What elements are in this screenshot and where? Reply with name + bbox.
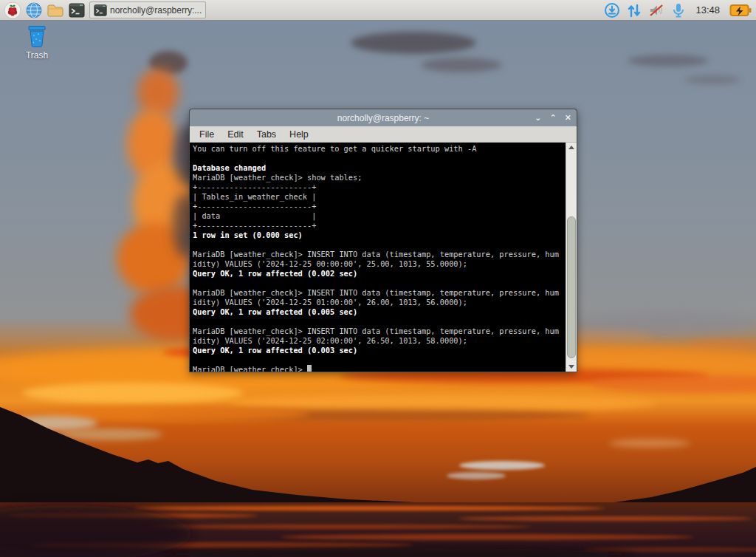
terminal-line: 1 row in set (0.000 sec): [193, 230, 566, 240]
close-icon[interactable]: ✕: [565, 114, 571, 122]
terminal-line: [193, 278, 566, 288]
network-traffic-icon[interactable]: [627, 2, 642, 18]
trash-desktop-icon[interactable]: Trash: [16, 25, 58, 61]
window-title: norcholly@raspberry: ~: [190, 113, 577, 123]
terminal-line: +-------------------------+: [193, 221, 566, 230]
updates-download-icon[interactable]: [604, 2, 620, 18]
scroll-down-arrow-icon[interactable]: [566, 362, 577, 372]
desktop: norcholly@raspberry:... 13:4: [0, 0, 756, 557]
trash-label: Trash: [16, 50, 58, 61]
window-menubar: File Edit Tabs Help: [190, 126, 577, 143]
trash-can-icon: [24, 25, 50, 49]
system-tray: 13:48: [604, 2, 752, 18]
terminal-line: MariaDB [weather_check]> show tables;: [193, 173, 566, 182]
terminal-launcher[interactable]: [69, 1, 85, 19]
terminal-line: [193, 355, 566, 365]
menu-edit[interactable]: Edit: [221, 129, 250, 140]
taskbar-window-button[interactable]: norcholly@raspberry:...: [89, 1, 206, 18]
terminal-line: [193, 154, 566, 163]
power-warning-icon[interactable]: [729, 2, 752, 18]
terminal-line: You can turn off this feature to get a q…: [193, 144, 566, 154]
clock[interactable]: 13:48: [695, 4, 720, 16]
terminal-line: Query OK, 1 row affected (0.002 sec): [193, 269, 566, 278]
terminal-line: idity) VALUES ('2024-12-25 02:00:00', 26…: [193, 336, 566, 346]
terminal-scrollbar[interactable]: [566, 143, 577, 372]
terminal-line: | data |: [193, 211, 566, 221]
terminal-icon: [94, 4, 107, 17]
terminal-line: Query OK, 1 row affected (0.005 sec): [193, 307, 566, 317]
folder-icon: [47, 3, 64, 18]
terminal-prompt: MariaDB [weather_check]>: [193, 365, 307, 372]
terminal-cursor: [307, 365, 312, 372]
terminal-line: +-------------------------+: [193, 202, 566, 211]
terminal-line: MariaDB [weather_check]> INSERT INTO dat…: [193, 250, 566, 259]
window-controls: ⌄ ⌃ ✕: [535, 109, 571, 126]
window-titlebar[interactable]: norcholly@raspberry: ~ ⌄ ⌃ ✕: [190, 109, 577, 126]
menu-tabs[interactable]: Tabs: [250, 129, 283, 140]
terminal-window: norcholly@raspberry: ~ ⌄ ⌃ ✕ File Edit T…: [189, 109, 577, 372]
microphone-icon[interactable]: [671, 2, 686, 18]
scrollbar-thumb[interactable]: [567, 216, 576, 358]
terminal-line: +-------------------------+: [193, 182, 566, 192]
menu-button[interactable]: [4, 1, 21, 19]
terminal-line: idity) VALUES ('2024-12-25 01:00:00', 26…: [193, 298, 566, 307]
file-manager-launcher[interactable]: [47, 1, 64, 19]
terminal-prompt-line: MariaDB [weather_check]>: [193, 365, 566, 372]
terminal-line: idity) VALUES ('2024-12-25 00:00:00', 25…: [193, 259, 566, 269]
scroll-up-arrow-icon[interactable]: [566, 143, 577, 152]
terminal-line: | Tables_in_weather_check |: [193, 192, 566, 202]
globe-icon: [26, 2, 42, 18]
terminal-text: You can turn off this feature to get a q…: [190, 143, 566, 372]
terminal-line: MariaDB [weather_check]> INSERT INTO dat…: [193, 327, 566, 336]
maximize-icon[interactable]: ⌃: [550, 114, 557, 122]
volume-muted-icon[interactable]: [648, 2, 664, 18]
terminal-icon: [69, 2, 85, 18]
taskbar: norcholly@raspberry:... 13:4: [0, 0, 756, 21]
menu-file[interactable]: File: [193, 129, 221, 140]
browser-launcher[interactable]: [26, 1, 42, 19]
terminal-line: [193, 240, 566, 250]
terminal-content[interactable]: You can turn off this feature to get a q…: [190, 143, 577, 372]
terminal-line: Database changed: [193, 163, 566, 173]
menu-help[interactable]: Help: [283, 129, 315, 140]
terminal-line: MariaDB [weather_check]> INSERT INTO dat…: [193, 288, 566, 298]
terminal-line: Query OK, 1 row affected (0.003 sec): [193, 346, 566, 355]
raspberry-menu-icon: [4, 1, 21, 19]
minimize-icon[interactable]: ⌄: [535, 114, 541, 122]
terminal-line: [193, 317, 566, 327]
taskbar-window-label: norcholly@raspberry:...: [110, 5, 202, 16]
